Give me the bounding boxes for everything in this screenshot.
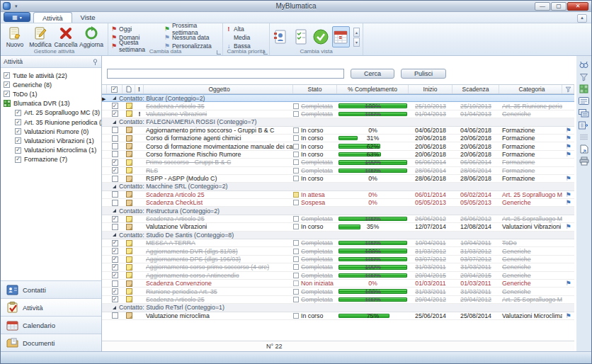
row-checkbox[interactable] xyxy=(112,143,118,149)
row-checkbox[interactable] xyxy=(112,127,118,133)
group-expand-icon[interactable] xyxy=(113,209,116,212)
sidebar-tree-item[interactable]: ✓Generiche (8) xyxy=(4,80,101,89)
sidebar-tree-item[interactable]: ✓Formazione (7) xyxy=(4,155,101,164)
view-cards-icon[interactable] xyxy=(579,108,589,118)
view-lines-icon[interactable] xyxy=(579,132,589,142)
page-preview-icon[interactable] xyxy=(579,144,589,154)
table-row[interactable]: Valutazione microclimaIn corso75%25/06/2… xyxy=(102,312,574,320)
table-row[interactable]: Scadenza ConvenzioneNon iniziata0%01/03/… xyxy=(102,280,574,288)
filter-checkbox-icon[interactable]: ✓ xyxy=(4,81,10,88)
row-checkbox[interactable] xyxy=(112,191,118,198)
alta-button[interactable]: !Alta xyxy=(226,25,251,33)
pin-icon[interactable] xyxy=(92,59,98,65)
table-row[interactable]: ✓Aggiornamento DVR (dlgs 81/08)Completat… xyxy=(102,247,574,255)
find-icon[interactable] xyxy=(579,60,589,69)
table-row[interactable]: ✓Aggiornamento DPS (dlgs 196/03)Completa… xyxy=(102,256,574,263)
sidebar-tree-item[interactable]: ✓Tutte le attività (22) xyxy=(4,71,101,80)
tasks-view-button[interactable] xyxy=(292,26,310,47)
filter-checkbox-icon[interactable]: ✓ xyxy=(4,91,10,97)
application-menu-button[interactable]: ▦▾ xyxy=(4,12,30,22)
filter-checkbox-icon[interactable]: ✓ xyxy=(15,119,21,125)
print-icon[interactable] xyxy=(579,157,589,166)
row-checkbox[interactable]: ✓ xyxy=(112,288,118,295)
group-expand-icon[interactable] xyxy=(113,233,116,237)
table-row[interactable]: ✓Scadenza Articolo 25Completata100%29/04… xyxy=(102,296,574,304)
nuovo-button[interactable]: Nuovo xyxy=(2,25,28,48)
tab-attivita[interactable]: Attività xyxy=(33,12,72,23)
table-row[interactable]: ✓Riunione periodica Art. 35Completata100… xyxy=(102,288,574,295)
priority-column-header[interactable]: ! xyxy=(135,85,144,93)
close-button[interactable]: ✕ xyxy=(567,2,588,11)
select-column-header[interactable]: ✓ xyxy=(107,85,123,93)
row-flag-icon[interactable]: ⚑ xyxy=(565,135,571,142)
row-checkbox[interactable]: ✓ xyxy=(112,256,118,263)
filter-checkbox-icon[interactable]: ✓ xyxy=(15,128,21,135)
group-expand-icon[interactable] xyxy=(113,120,116,124)
row-checkbox[interactable]: ✓ xyxy=(112,272,118,278)
search-input[interactable] xyxy=(107,69,344,79)
oggetto-column-header[interactable]: Oggetto xyxy=(144,85,293,93)
aggiorna-button[interactable]: Aggiorna xyxy=(79,25,104,48)
view-card-icon[interactable] xyxy=(579,96,589,106)
group-header-row[interactable]: Contatto: FALEGNAMERIA ROSSI (Conteggio=… xyxy=(102,118,574,126)
group-header-row[interactable]: Contatto: Restructura (Conteggio=2) xyxy=(102,207,574,215)
dialog-launcher-icon[interactable] xyxy=(217,50,221,55)
row-checkbox[interactable] xyxy=(112,224,118,230)
oggi-button[interactable]: ⚑Oggi xyxy=(111,25,161,33)
filter-checkbox-icon[interactable]: ✓ xyxy=(15,157,21,163)
inizio-column-header[interactable]: Inizio xyxy=(409,85,452,93)
table-row[interactable]: Corso di formazione agenti chimiciIn cor… xyxy=(102,135,574,142)
table-row[interactable]: Corso formazione Rischio RumoreIn corso6… xyxy=(102,151,574,159)
row-checkbox[interactable] xyxy=(112,280,118,287)
view-modules-icon[interactable] xyxy=(579,84,589,93)
row-flag-icon[interactable]: ⚑ xyxy=(565,280,571,287)
nav-item-calendario[interactable]: Calendario xyxy=(1,316,101,334)
sidebar-tree-item[interactable]: ✓Valutazioni Vibrazioni (1) xyxy=(4,136,101,145)
row-flag-icon[interactable]: ⚑ xyxy=(565,312,571,319)
filter-checkbox-icon[interactable]: ✓ xyxy=(15,137,21,144)
view-scroll-up-button[interactable]: ▴ xyxy=(353,28,360,37)
table-row[interactable]: Aggiornamento primo soccorso - Gruppi B … xyxy=(102,127,574,135)
row-checkbox[interactable]: ✓ xyxy=(112,216,118,222)
row-checkbox[interactable]: ✓ xyxy=(112,110,118,117)
cancella-button[interactable]: Cancella xyxy=(53,25,79,48)
group-header-row[interactable]: ▶Contatto: Blucar (Conteggio=2) xyxy=(102,94,574,102)
view-scroll-down-button[interactable]: ▾ xyxy=(353,38,360,47)
row-checkbox[interactable]: ✓ xyxy=(112,240,118,246)
table-row[interactable]: Valutazione VibrazioniIn corso35%12/07/2… xyxy=(102,223,574,231)
table-row[interactable]: ✓MESSA A TERRACompletata100%10/04/201110… xyxy=(102,239,574,247)
row-checkbox[interactable]: ✓ xyxy=(112,167,118,174)
completamento-column-header[interactable]: % Completamento xyxy=(337,85,409,93)
nessuna-data-button[interactable]: ⚑Nessuna data xyxy=(164,34,220,41)
group-header-row[interactable]: Contatto: Macchine SRL (Conteggio=2) xyxy=(102,183,574,190)
sidebar-tree-item[interactable]: ✓ToDo (1) xyxy=(4,89,101,98)
row-flag-icon[interactable]: ⚑ xyxy=(565,175,571,182)
maximize-button[interactable]: ▢ xyxy=(551,2,567,11)
row-flag-icon[interactable]: ⚑ xyxy=(565,151,571,158)
row-checkbox[interactable] xyxy=(112,176,118,182)
tab-viste[interactable]: Viste xyxy=(72,12,104,23)
note-column-header[interactable] xyxy=(123,85,135,93)
filter-checkbox-icon[interactable]: ✓ xyxy=(4,72,10,79)
table-row[interactable]: Scadenza Articolo 25In attesa0%06/01/201… xyxy=(102,191,574,199)
sidebar-tree-item[interactable]: Blumatica DVR (13) xyxy=(4,99,101,108)
dialog-launcher-icon[interactable] xyxy=(263,50,268,55)
group-expand-icon[interactable] xyxy=(113,96,116,100)
row-checkbox[interactable]: ✓ xyxy=(112,159,118,166)
group-expand-icon[interactable] xyxy=(113,185,116,188)
nav-item-attivit[interactable]: Attività xyxy=(1,298,101,316)
table-row[interactable]: ✓RLSCompletata100%28/06/201428/06/2014Fo… xyxy=(102,167,574,175)
filter-column-header[interactable] xyxy=(562,85,574,93)
check-view-button[interactable] xyxy=(312,26,330,47)
row-checkbox[interactable]: ✓ xyxy=(112,248,118,254)
row-checkbox[interactable]: ✓ xyxy=(112,264,118,271)
categoria-column-header[interactable]: Categoria xyxy=(499,85,562,93)
row-checkbox[interactable] xyxy=(112,312,118,319)
table-row[interactable]: ✓Aggiornamento corso primo soccorso (4 o… xyxy=(102,263,574,271)
sidebar-tree-item[interactable]: ✓Valutazioni Rumore (0) xyxy=(4,127,101,136)
row-flag-icon[interactable]: ⚑ xyxy=(565,191,571,198)
row-flag-icon[interactable]: ⚑ xyxy=(565,199,571,206)
table-row[interactable]: RSPP - ASPP (Modulo C)In corso0%28/06/20… xyxy=(102,175,574,183)
minimize-ribbon-button[interactable]: ▴ xyxy=(577,14,587,23)
row-flag-icon[interactable]: ⚑ xyxy=(565,127,571,134)
